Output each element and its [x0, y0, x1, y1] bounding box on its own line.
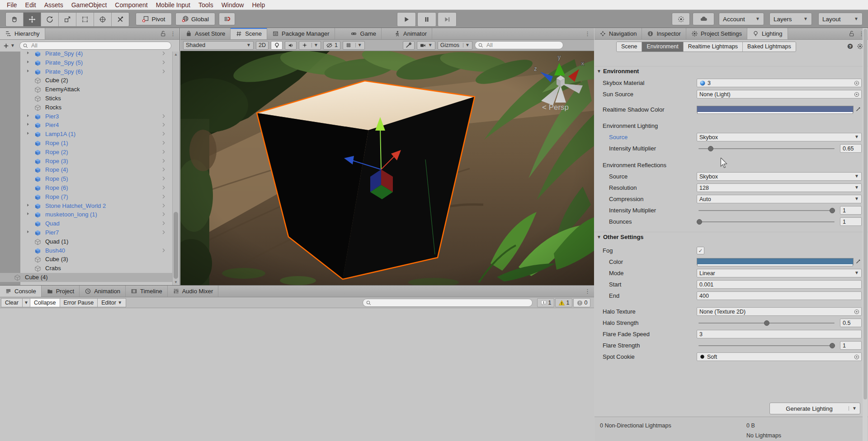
account-dropdown[interactable]: Account ▼	[719, 13, 764, 25]
menu-edit[interactable]: Edit	[21, 1, 40, 9]
prefab-chevron-icon[interactable]	[161, 248, 166, 253]
skybox-material-object-field[interactable]: 3	[697, 79, 862, 87]
rect-tool[interactable]	[76, 13, 94, 26]
tab-animation[interactable]: Animation	[80, 286, 126, 297]
hierarchy-item-rope-3[interactable]: Rope (3)	[20, 157, 173, 166]
hierarchy-item-sticks[interactable]: Sticks	[20, 94, 173, 103]
hierarchy-item-quad[interactable]: Quad	[20, 219, 173, 228]
expand-arrow-icon[interactable]	[26, 69, 30, 73]
info-messages-toggle[interactable]: 1	[537, 298, 554, 307]
halo-strength-value-box[interactable]: 0.5	[840, 319, 862, 327]
grid-snap-button[interactable]	[219, 13, 235, 25]
intensity-multiplier-slider[interactable]	[697, 144, 836, 153]
expand-arrow-icon[interactable]	[26, 131, 30, 136]
pivot-toggle[interactable]: Pivot	[136, 13, 172, 25]
hierarchy-item-crabs[interactable]: Crabs	[20, 264, 173, 273]
scrollbar-thumb[interactable]	[174, 212, 178, 279]
grid-visibility-dropdown[interactable]: ▼	[343, 41, 365, 50]
slider-thumb[interactable]	[697, 219, 702, 225]
bounces-value-box[interactable]: 1	[840, 217, 862, 226]
clear-dropdown[interactable]: ▼	[22, 298, 30, 307]
tab-project-settings[interactable]: Project Settings	[686, 28, 747, 39]
step-button[interactable]	[438, 12, 457, 27]
prefab-chevron-icon[interactable]	[161, 220, 166, 226]
prefab-chevron-icon[interactable]	[161, 60, 166, 65]
hierarchy-search-input[interactable]	[30, 42, 168, 49]
hierarchy-search-field[interactable]	[19, 42, 171, 50]
customtools-tool[interactable]	[112, 13, 129, 26]
prefab-chevron-icon[interactable]	[161, 113, 166, 119]
lock-icon[interactable]	[160, 30, 166, 37]
source-dropdown[interactable]: Skybox▼	[697, 133, 862, 141]
scene-viewport[interactable]: y x z < Persp	[180, 51, 594, 285]
help-icon[interactable]: ?	[847, 43, 854, 50]
auto-generate-lighting-button[interactable]	[672, 13, 690, 25]
collapse-toggle[interactable]: Collapse	[30, 298, 60, 307]
kebab-menu-icon[interactable]: ⋮	[585, 288, 590, 295]
tab-navigation[interactable]: Navigation	[594, 28, 642, 39]
effects-dropdown[interactable]: ▼	[299, 41, 321, 50]
generate-lighting-button[interactable]: Generate Lighting ▼	[769, 403, 860, 414]
object-picker-icon[interactable]	[854, 91, 860, 98]
scene-search-field[interactable]	[475, 41, 563, 49]
menu-tools[interactable]: Tools	[194, 1, 217, 9]
editor-dropdown[interactable]: Editor ▼	[97, 298, 126, 307]
subtab-realtime-lightmaps[interactable]: Realtime Lightmaps	[684, 42, 743, 52]
create-object-button[interactable]: ▼	[3, 42, 15, 49]
start-input[interactable]: 0.001	[697, 280, 862, 289]
menu-assets[interactable]: Assets	[40, 1, 67, 9]
color-color-field[interactable]	[697, 258, 862, 265]
layers-dropdown[interactable]: Layers ▼	[769, 13, 812, 25]
eyedropper-icon[interactable]	[855, 106, 862, 112]
error-messages-toggle[interactable]: 0	[573, 298, 590, 307]
expand-arrow-icon[interactable]	[26, 203, 30, 207]
tab-scene[interactable]: Scene	[231, 28, 267, 39]
tab-audio-mixer[interactable]: Audio Mixer	[168, 286, 219, 297]
scroll-up-icon[interactable]: ▲	[173, 52, 179, 56]
hierarchy-item-pier7[interactable]: Pier7	[20, 228, 173, 237]
scrollbar-thumb[interactable]	[863, 29, 867, 399]
hierarchy-item-pier4[interactable]: Pier4	[20, 121, 173, 130]
hierarchy-item-pier3[interactable]: Pier3	[20, 112, 173, 121]
hierarchy-scrollbar[interactable]: ▲ ▼	[172, 52, 179, 285]
play-button[interactable]	[397, 12, 416, 27]
clear-button[interactable]: Clear	[1, 298, 23, 307]
halo-texture-object-field[interactable]: None (Texture 2D)	[697, 307, 862, 316]
slider-thumb[interactable]	[830, 343, 835, 348]
prefab-chevron-icon[interactable]	[161, 230, 166, 235]
section-other-settings[interactable]: ▼ Other Settings	[594, 232, 868, 244]
menu-file[interactable]: File	[3, 1, 21, 9]
tab-game[interactable]: Game	[345, 28, 382, 39]
prefab-chevron-icon[interactable]	[161, 122, 166, 127]
mode-dropdown[interactable]: Linear▼	[697, 269, 862, 277]
menu-help[interactable]: Help	[248, 1, 269, 9]
prefab-chevron-icon[interactable]	[161, 131, 166, 136]
error-pause-toggle[interactable]: Error Pause	[60, 298, 98, 307]
collab-cloud-button[interactable]	[693, 13, 714, 25]
hierarchy-item-pirate-spy-6[interactable]: Pirate_Spy (6)	[20, 67, 173, 76]
tab-animator[interactable]: Animator	[389, 28, 432, 39]
menu-component[interactable]: Component	[111, 1, 151, 9]
prefab-chevron-icon[interactable]	[161, 158, 166, 164]
flare-strength-value-box[interactable]: 1	[840, 341, 862, 350]
console-search-input[interactable]	[373, 299, 529, 306]
layout-dropdown[interactable]: Layout ▼	[818, 13, 863, 25]
scale-tool[interactable]	[59, 13, 76, 26]
end-input[interactable]: 400	[697, 291, 862, 300]
expand-arrow-icon[interactable]	[26, 113, 30, 118]
prefab-chevron-icon[interactable]	[161, 140, 166, 145]
resolution-dropdown[interactable]: 128▼	[697, 183, 862, 192]
intensity-multiplier-value-box[interactable]: 0.65	[840, 144, 862, 153]
eyedropper-icon[interactable]	[855, 258, 862, 264]
compression-dropdown[interactable]: Auto▼	[697, 195, 862, 203]
scene-lighting-toggle[interactable]	[271, 41, 283, 50]
prefab-chevron-icon[interactable]	[161, 69, 166, 74]
hierarchy-item-rope-4[interactable]: Rope (4)	[20, 165, 173, 174]
subtab-scene[interactable]: Scene	[617, 42, 642, 52]
prefab-chevron-icon[interactable]	[161, 149, 166, 155]
scene-search-input[interactable]	[486, 42, 560, 49]
expand-arrow-icon[interactable]	[26, 60, 30, 64]
hierarchy-item-rocks[interactable]: Rocks	[20, 103, 173, 112]
move-tool[interactable]	[24, 13, 41, 26]
lock-icon[interactable]	[848, 30, 855, 37]
